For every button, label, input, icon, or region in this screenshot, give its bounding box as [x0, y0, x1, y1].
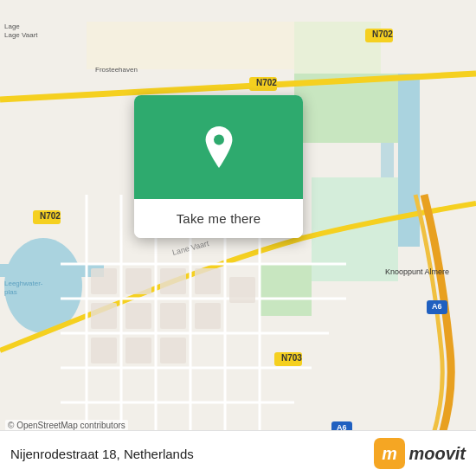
popup-card: Take me there	[134, 95, 303, 238]
address-container: Nijenrodestraat 18, Netherlands	[10, 447, 194, 461]
svg-rect-9	[87, 22, 294, 69]
address-label: Nijenrodestraat 18, Netherlands	[10, 447, 194, 461]
svg-text:Frosteehaven: Frosteehaven	[95, 66, 138, 74]
moovit-brand-text: moovit	[408, 444, 466, 464]
svg-rect-2	[0, 264, 104, 277]
svg-rect-32	[125, 268, 151, 294]
svg-text:plas: plas	[4, 288, 17, 296]
svg-text:Leeghwater-: Leeghwater-	[4, 280, 43, 287]
svg-text:N703: N703	[281, 353, 302, 363]
svg-text:N702: N702	[372, 29, 393, 39]
svg-rect-31	[91, 338, 117, 363]
svg-rect-36	[160, 303, 186, 329]
svg-text:A6: A6	[432, 302, 442, 311]
svg-text:N702: N702	[40, 211, 61, 221]
moovit-m-icon: m	[374, 438, 405, 469]
svg-rect-6	[312, 177, 398, 281]
svg-rect-40	[229, 277, 255, 303]
svg-rect-29	[91, 268, 117, 294]
svg-text:m: m	[383, 444, 398, 463]
svg-text:Lage Vaart: Lage Vaart	[4, 31, 38, 39]
svg-point-53	[214, 134, 224, 145]
svg-text:Lage: Lage	[4, 23, 20, 30]
bottom-bar: Nijenrodestraat 18, Netherlands m moovit	[0, 430, 476, 476]
svg-rect-30	[91, 303, 117, 329]
map-container: Lane Vaart N702 N702 N702 N703 A6 A6 Kno…	[0, 0, 476, 476]
svg-rect-33	[125, 303, 151, 329]
svg-text:N702: N702	[256, 78, 277, 87]
popup-green-area	[134, 95, 303, 199]
location-pin-icon	[198, 126, 240, 168]
svg-rect-3	[398, 74, 420, 247]
svg-rect-37	[160, 338, 186, 363]
svg-text:Knooppunt Almere: Knooppunt Almere	[385, 267, 449, 276]
svg-rect-7	[260, 264, 312, 316]
svg-rect-39	[195, 303, 221, 329]
map-background: Lane Vaart N702 N702 N702 N703 A6 A6 Kno…	[0, 0, 476, 476]
svg-rect-38	[195, 268, 221, 294]
take-me-there-button[interactable]: Take me there	[134, 199, 303, 238]
moovit-logo: m moovit	[374, 438, 466, 469]
svg-rect-35	[160, 268, 186, 294]
svg-rect-34	[125, 338, 151, 363]
